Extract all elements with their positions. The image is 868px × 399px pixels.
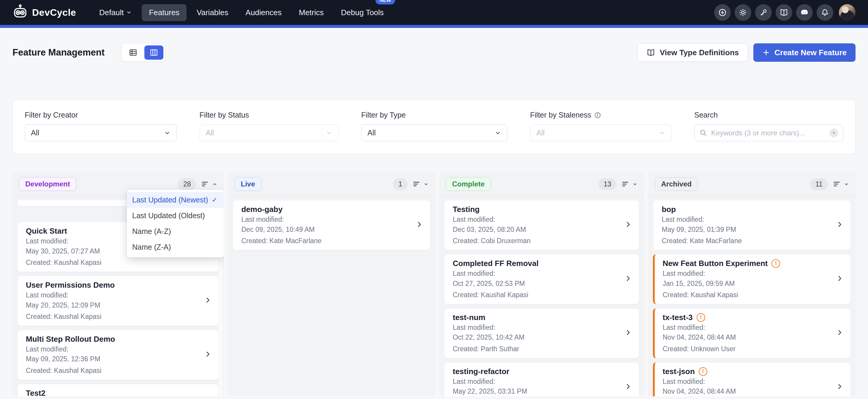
feature-card-demo-gaby[interactable]: demo-gabyLast modified:Dec 09, 2025, 10:… [232, 200, 430, 250]
sort-button-complete[interactable] [621, 179, 638, 189]
filter-type-label: Filter by Type [361, 111, 507, 119]
book-icon [779, 8, 788, 17]
sort-dropdown-menu: Last Updated (Newest)✓Last Updated (Olde… [127, 190, 224, 257]
kanban-view-button[interactable] [144, 45, 163, 60]
feature-card-testing[interactable]: TestingLast modified:Dec 03, 2025, 08:20… [444, 200, 640, 250]
check-icon: ✓ [212, 196, 217, 204]
clear-search-icon[interactable]: × [829, 129, 838, 137]
chevron-right-icon [415, 220, 424, 229]
last-modified-date: May 20, 2025, 12:09 PM [26, 301, 202, 310]
create-new-feature-button[interactable]: Create New Feature [753, 43, 856, 62]
stale-warning-icon: ! [699, 367, 707, 376]
docs-button[interactable] [776, 4, 792, 21]
top-actions [714, 4, 856, 21]
column-archived: Archived11bopLast modified:May 09, 2025,… [648, 172, 856, 396]
open-feature-chevron[interactable] [624, 220, 632, 230]
sort-option-name-z-a[interactable]: Name (Z-A) [127, 239, 224, 255]
last-modified-date: Oct 22, 2025, 10:42 AM [453, 333, 622, 342]
caret-down-icon [632, 182, 638, 187]
project-selector[interactable]: Default [92, 4, 139, 21]
sort-option-last-updated-newest[interactable]: Last Updated (Newest)✓ [127, 192, 224, 208]
open-feature-chevron[interactable] [624, 383, 632, 392]
creator-label: Created: Kaushal Kapasi [662, 291, 833, 299]
feature-count-archived: 11 [810, 178, 828, 190]
accent-bar [0, 25, 868, 28]
caret-down-icon [424, 182, 429, 187]
open-feature-chevron[interactable] [624, 274, 632, 284]
filter-creator-select[interactable]: All [25, 124, 177, 141]
feature-card-completed-ff-removal[interactable]: Completed FF RemovalLast modified:Oct 27… [444, 254, 640, 304]
feature-card-test-json[interactable]: test-json!Last modified:Nov 04, 2024, 08… [653, 362, 851, 396]
last-modified-label: Last modified: [661, 215, 833, 224]
nav-metrics[interactable]: Metrics [292, 4, 331, 21]
last-modified-label: Last modified: [453, 270, 622, 278]
sort-icon [621, 179, 630, 189]
search-box: × [694, 124, 843, 141]
devcycle-logo[interactable]: DevCycle [12, 4, 76, 21]
settings-button[interactable] [735, 4, 751, 21]
devcycle-robot-icon [12, 4, 28, 21]
sort-option-last-updated-oldest[interactable]: Last Updated (Oldest) [127, 208, 224, 224]
nav-debug-tools[interactable]: Debug Tools NEW [334, 4, 391, 21]
filter-creator-label: Filter by Creator [25, 111, 177, 119]
chevron-right-icon [624, 274, 632, 282]
feature-card-title: Testing [453, 205, 480, 214]
chevron-right-icon [836, 220, 844, 229]
plus-circle-icon [718, 8, 727, 17]
last-modified-date: Nov 04, 2024, 08:44 AM [662, 388, 833, 396]
notifications-button[interactable] [816, 4, 833, 21]
creator-label: Created: Kate MacFarlane [241, 237, 413, 245]
open-feature-chevron[interactable] [836, 328, 844, 338]
open-feature-chevron[interactable] [836, 220, 844, 230]
last-modified-date: Dec 09, 2025, 10:49 AM [241, 226, 413, 234]
add-button[interactable] [714, 4, 731, 21]
creator-label: Created: Kaushal Kapasi [26, 367, 202, 375]
sort-button-live[interactable] [412, 179, 429, 189]
open-feature-chevron[interactable] [624, 328, 632, 338]
feature-card-test-num[interactable]: test-numLast modified:Oct 22, 2025, 10:4… [444, 308, 640, 358]
feature-card-test2[interactable]: Test2Last modified:Nov 26, 2024, 08:13 A… [17, 384, 219, 396]
feature-count-complete: 13 [598, 178, 617, 190]
nav-audiences[interactable]: Audiences [239, 4, 289, 21]
stale-warning-icon: ! [696, 313, 705, 322]
discord-button[interactable] [796, 4, 813, 21]
last-modified-label: Last modified: [26, 345, 202, 354]
open-feature-chevron[interactable] [836, 383, 844, 392]
feature-card-testing-refactor[interactable]: testing-refactorLast modified:May 22, 20… [444, 362, 640, 396]
feature-card-bop[interactable]: bopLast modified:May 09, 2025, 01:39 PMC… [653, 200, 851, 250]
feature-card-title: tx-test-3 [662, 313, 692, 322]
sort-button-archived[interactable] [833, 179, 849, 189]
feature-card-user-permissions-demo[interactable]: User Permissions DemoLast modified:May 2… [17, 276, 219, 326]
user-avatar[interactable] [839, 4, 856, 21]
feature-card-tx-test-3[interactable]: tx-test-3!Last modified:Nov 04, 2024, 08… [653, 308, 851, 358]
filter-staleness-label: Filter by Staleness [530, 111, 672, 119]
nav-variables[interactable]: Variables [189, 4, 235, 21]
last-modified-date: Nov 04, 2024, 08:44 AM [662, 333, 833, 342]
filter-staleness-select[interactable]: All [530, 124, 672, 141]
status-badge-archived: Archived [655, 177, 698, 191]
table-view-button[interactable] [124, 45, 143, 60]
last-modified-label: Last modified: [662, 270, 833, 278]
feature-card-new-feat-button-experiment[interactable]: New Feat Button Experiment!Last modified… [653, 254, 851, 304]
sort-option-name-a-z[interactable]: Name (A-Z) [127, 224, 224, 239]
view-type-definitions-button[interactable]: View Type Definitions [637, 43, 748, 62]
nav-features[interactable]: Features [142, 4, 187, 21]
sort-button-development[interactable] [201, 179, 217, 189]
feature-card-title: New Feat Button Experiment [662, 259, 768, 268]
search-input[interactable] [711, 129, 826, 137]
open-feature-chevron[interactable] [415, 220, 424, 230]
open-feature-chevron[interactable] [836, 274, 844, 284]
creator-label: Created: Parth Suthar [453, 345, 622, 353]
open-feature-chevron[interactable] [204, 350, 212, 360]
filter-type-select[interactable]: All [361, 124, 507, 141]
api-keys-button[interactable] [755, 4, 772, 21]
creator-label: Created: Kate MacFarlane [661, 237, 833, 245]
chevron-right-icon [624, 383, 632, 391]
feature-card-multi-step-rollout-demo[interactable]: Multi Step Rollout DemoLast modified:May… [17, 330, 219, 380]
last-modified-label: Last modified: [662, 324, 833, 332]
feature-card-title: Quick Start [26, 227, 67, 235]
view-toggle [122, 44, 165, 62]
chevron-down-icon [126, 10, 132, 15]
filter-status-select[interactable]: All [199, 124, 339, 141]
open-feature-chevron[interactable] [204, 296, 212, 305]
